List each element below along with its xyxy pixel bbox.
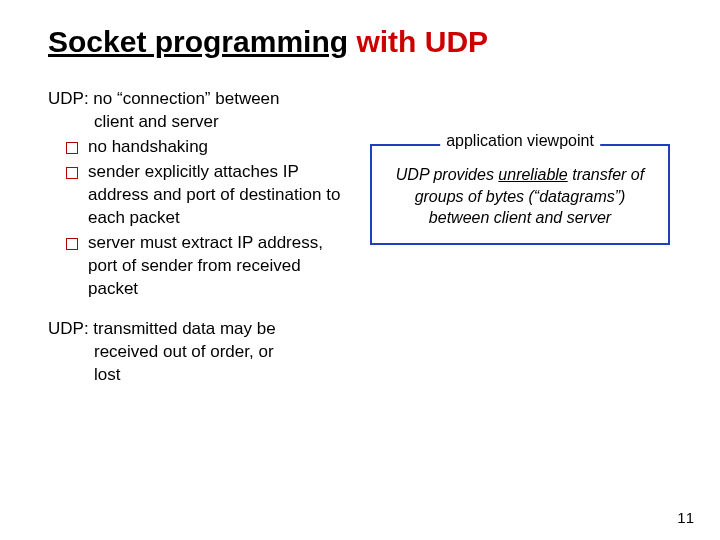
right-column: application viewpoint UDP provides unrel… [370,88,672,245]
bullet-text: server must extract IP address, port of … [88,232,348,301]
slide: Socket programming with UDP UDP: no “con… [0,0,720,389]
box-text-pre: UDP provides [396,166,499,183]
bullet-item: server must extract IP address, port of … [48,232,348,301]
viewpoint-box: application viewpoint UDP provides unrel… [370,144,670,245]
svg-rect-1 [66,167,78,179]
page-number: 11 [677,509,694,526]
content-columns: UDP: no “connection” between client and … [48,88,672,389]
square-bullet-icon [66,238,78,250]
bullet-text: no handshaking [88,136,348,159]
heading1-line2: client and server [48,111,348,134]
title-part-2: with UDP [348,25,488,58]
heading1-line1: UDP: no “connection” between [48,89,280,108]
box-content: UDP provides unreliable transfer of grou… [370,144,670,245]
udp-heading-2: UDP: transmitted data may be received ou… [48,318,348,387]
title-part-1: Socket programming [48,25,348,58]
svg-rect-2 [66,238,78,250]
square-bullet-icon [66,167,78,179]
bullet-text: sender explicitly attaches IP address an… [88,161,348,230]
slide-title: Socket programming with UDP [48,24,672,60]
heading2-line2: received out of order, or [48,341,348,364]
box-legend: application viewpoint [440,132,600,150]
bullet-item: sender explicitly attaches IP address an… [48,161,348,230]
heading2-line1: UDP: transmitted data may be [48,319,276,338]
heading2-line3: lost [48,364,348,387]
svg-rect-0 [66,142,78,154]
box-text-unreliable: unreliable [498,166,567,183]
left-column: UDP: no “connection” between client and … [48,88,348,389]
bullet-item: no handshaking [48,136,348,159]
square-bullet-icon [66,142,78,154]
udp-heading-1: UDP: no “connection” between client and … [48,88,348,134]
